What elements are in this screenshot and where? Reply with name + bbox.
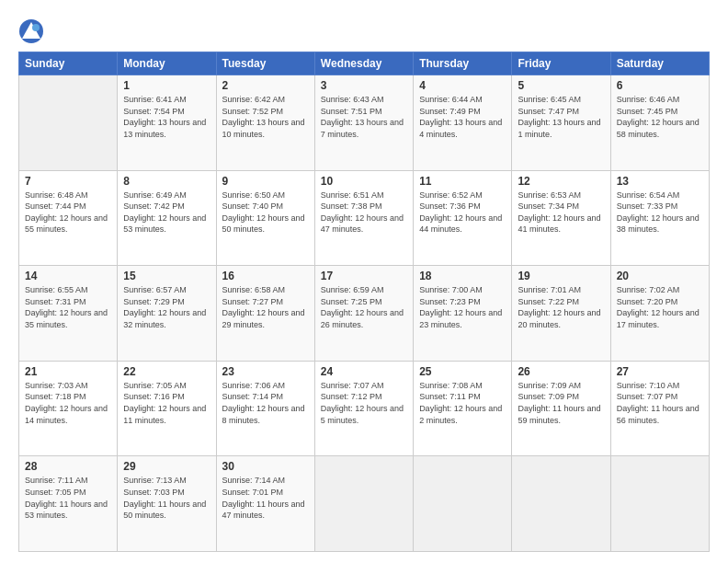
- day-info: Sunrise: 6:48 AMSunset: 7:44 PMDaylight:…: [25, 190, 111, 236]
- day-number: 16: [222, 270, 309, 282]
- day-number: 3: [321, 79, 407, 92]
- day-info: Sunrise: 6:46 AMSunset: 7:45 PMDaylight:…: [617, 94, 703, 140]
- day-info: Sunrise: 6:45 AMSunset: 7:47 PMDaylight:…: [518, 94, 604, 140]
- day-number: 23: [222, 365, 309, 378]
- day-info: Sunrise: 7:07 AMSunset: 7:12 PMDaylight:…: [321, 380, 407, 426]
- day-cell: 11Sunrise: 6:52 AMSunset: 7:36 PMDayligh…: [414, 170, 512, 266]
- day-cell: [19, 75, 118, 171]
- day-number: 17: [321, 270, 407, 282]
- day-cell: 14Sunrise: 6:55 AMSunset: 7:31 PMDayligh…: [19, 266, 118, 362]
- day-info: Sunrise: 7:00 AMSunset: 7:23 PMDaylight:…: [419, 284, 506, 330]
- day-info: Sunrise: 6:51 AMSunset: 7:38 PMDaylight:…: [321, 190, 407, 236]
- day-number: 6: [617, 79, 703, 92]
- weekday-header-friday: Friday: [512, 52, 610, 75]
- day-cell: 27Sunrise: 7:10 AMSunset: 7:07 PMDayligh…: [610, 361, 709, 456]
- day-info: Sunrise: 6:41 AMSunset: 7:54 PMDaylight:…: [123, 94, 210, 140]
- day-info: Sunrise: 6:49 AMSunset: 7:42 PMDaylight:…: [123, 190, 210, 236]
- week-row-1: 1Sunrise: 6:41 AMSunset: 7:54 PMDaylight…: [19, 75, 710, 171]
- day-number: 28: [25, 460, 111, 473]
- day-cell: 6Sunrise: 6:46 AMSunset: 7:45 PMDaylight…: [610, 75, 709, 171]
- day-number: 9: [222, 175, 309, 188]
- day-cell: 20Sunrise: 7:02 AMSunset: 7:20 PMDayligh…: [610, 266, 709, 362]
- weekday-header-wednesday: Wednesday: [314, 52, 413, 75]
- day-number: 22: [123, 365, 210, 378]
- day-cell: [414, 456, 512, 552]
- day-info: Sunrise: 6:44 AMSunset: 7:49 PMDaylight:…: [419, 94, 506, 140]
- day-cell: 22Sunrise: 7:05 AMSunset: 7:16 PMDayligh…: [118, 361, 216, 456]
- svg-point-2: [32, 24, 40, 31]
- day-number: 30: [222, 460, 309, 473]
- day-number: 13: [617, 175, 703, 188]
- day-number: 5: [518, 79, 604, 92]
- day-cell: 23Sunrise: 7:06 AMSunset: 7:14 PMDayligh…: [216, 361, 314, 456]
- week-row-5: 28Sunrise: 7:11 AMSunset: 7:05 PMDayligh…: [19, 456, 710, 552]
- day-info: Sunrise: 6:59 AMSunset: 7:25 PMDaylight:…: [321, 284, 407, 330]
- day-number: 8: [123, 175, 210, 188]
- day-cell: 9Sunrise: 6:50 AMSunset: 7:40 PMDaylight…: [216, 170, 314, 266]
- day-cell: 3Sunrise: 6:43 AMSunset: 7:51 PMDaylight…: [314, 75, 413, 171]
- day-info: Sunrise: 6:57 AMSunset: 7:29 PMDaylight:…: [123, 284, 210, 330]
- day-cell: 24Sunrise: 7:07 AMSunset: 7:12 PMDayligh…: [314, 361, 413, 456]
- day-cell: 2Sunrise: 6:42 AMSunset: 7:52 PMDaylight…: [216, 75, 314, 171]
- day-number: 24: [321, 365, 407, 378]
- weekday-header-row: SundayMondayTuesdayWednesdayThursdayFrid…: [19, 52, 710, 75]
- day-info: Sunrise: 7:01 AMSunset: 7:22 PMDaylight:…: [518, 284, 604, 330]
- day-cell: 1Sunrise: 6:41 AMSunset: 7:54 PMDaylight…: [118, 75, 216, 171]
- day-info: Sunrise: 6:43 AMSunset: 7:51 PMDaylight:…: [321, 94, 407, 140]
- day-number: 11: [419, 175, 506, 188]
- day-cell: 28Sunrise: 7:11 AMSunset: 7:05 PMDayligh…: [19, 456, 118, 552]
- day-info: Sunrise: 6:55 AMSunset: 7:31 PMDaylight:…: [25, 284, 111, 330]
- day-info: Sunrise: 7:03 AMSunset: 7:18 PMDaylight:…: [25, 380, 111, 426]
- day-cell: 10Sunrise: 6:51 AMSunset: 7:38 PMDayligh…: [314, 170, 413, 266]
- logo: [18, 18, 48, 44]
- day-cell: 4Sunrise: 6:44 AMSunset: 7:49 PMDaylight…: [414, 75, 512, 171]
- day-cell: 15Sunrise: 6:57 AMSunset: 7:29 PMDayligh…: [118, 266, 216, 362]
- day-info: Sunrise: 7:02 AMSunset: 7:20 PMDaylight:…: [617, 284, 703, 330]
- logo-icon: [18, 18, 44, 44]
- calendar-table: SundayMondayTuesdayWednesdayThursdayFrid…: [18, 52, 710, 552]
- day-info: Sunrise: 6:42 AMSunset: 7:52 PMDaylight:…: [222, 94, 309, 140]
- weekday-header-tuesday: Tuesday: [216, 52, 314, 75]
- week-row-3: 14Sunrise: 6:55 AMSunset: 7:31 PMDayligh…: [19, 266, 710, 362]
- day-info: Sunrise: 7:05 AMSunset: 7:16 PMDaylight:…: [123, 380, 210, 426]
- day-number: 21: [25, 365, 111, 378]
- day-cell: 17Sunrise: 6:59 AMSunset: 7:25 PMDayligh…: [314, 266, 413, 362]
- weekday-header-thursday: Thursday: [414, 52, 512, 75]
- day-cell: 29Sunrise: 7:13 AMSunset: 7:03 PMDayligh…: [118, 456, 216, 552]
- day-cell: 8Sunrise: 6:49 AMSunset: 7:42 PMDaylight…: [118, 170, 216, 266]
- weekday-header-monday: Monday: [118, 52, 216, 75]
- day-info: Sunrise: 6:53 AMSunset: 7:34 PMDaylight:…: [518, 190, 604, 236]
- day-info: Sunrise: 7:06 AMSunset: 7:14 PMDaylight:…: [222, 380, 309, 426]
- day-number: 20: [617, 270, 703, 282]
- day-number: 7: [25, 175, 111, 188]
- day-cell: [512, 456, 610, 552]
- day-info: Sunrise: 7:09 AMSunset: 7:09 PMDaylight:…: [518, 380, 604, 426]
- day-number: 19: [518, 270, 604, 282]
- day-number: 18: [419, 270, 506, 282]
- day-info: Sunrise: 6:50 AMSunset: 7:40 PMDaylight:…: [222, 190, 309, 236]
- day-number: 26: [518, 365, 604, 378]
- day-cell: 16Sunrise: 6:58 AMSunset: 7:27 PMDayligh…: [216, 266, 314, 362]
- day-cell: [610, 456, 709, 552]
- day-number: 4: [419, 79, 506, 92]
- day-cell: 12Sunrise: 6:53 AMSunset: 7:34 PMDayligh…: [512, 170, 610, 266]
- day-number: 29: [123, 460, 210, 473]
- day-cell: 21Sunrise: 7:03 AMSunset: 7:18 PMDayligh…: [19, 361, 118, 456]
- day-number: 12: [518, 175, 604, 188]
- day-number: 2: [222, 79, 309, 92]
- day-cell: 13Sunrise: 6:54 AMSunset: 7:33 PMDayligh…: [610, 170, 709, 266]
- day-info: Sunrise: 7:11 AMSunset: 7:05 PMDaylight:…: [25, 475, 111, 521]
- weekday-header-sunday: Sunday: [19, 52, 118, 75]
- day-number: 1: [123, 79, 210, 92]
- day-cell: 7Sunrise: 6:48 AMSunset: 7:44 PMDaylight…: [19, 170, 118, 266]
- day-cell: 26Sunrise: 7:09 AMSunset: 7:09 PMDayligh…: [512, 361, 610, 456]
- day-number: 10: [321, 175, 407, 188]
- weekday-header-saturday: Saturday: [610, 52, 709, 75]
- day-number: 27: [617, 365, 703, 378]
- day-info: Sunrise: 7:13 AMSunset: 7:03 PMDaylight:…: [123, 475, 210, 521]
- day-info: Sunrise: 7:10 AMSunset: 7:07 PMDaylight:…: [617, 380, 703, 426]
- day-info: Sunrise: 7:14 AMSunset: 7:01 PMDaylight:…: [222, 475, 309, 521]
- day-info: Sunrise: 6:54 AMSunset: 7:33 PMDaylight:…: [617, 190, 703, 236]
- page: SundayMondayTuesdayWednesdayThursdayFrid…: [0, 0, 728, 563]
- day-info: Sunrise: 6:58 AMSunset: 7:27 PMDaylight:…: [222, 284, 309, 330]
